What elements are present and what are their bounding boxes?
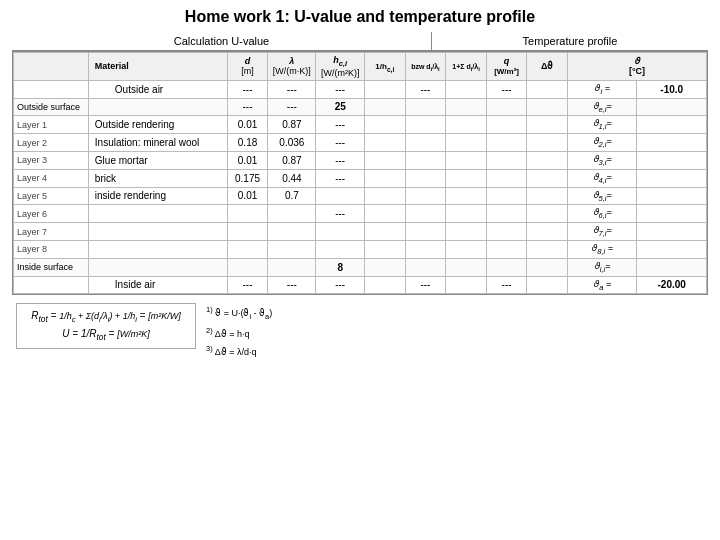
cell-l1-label: Layer 1 [14,116,89,134]
formula-rtot: Rtot = 1/hc + Σ(di/λi) + 1/hi = [m²K/W] … [16,303,196,349]
cell-ia-theta-val: -20.00 [637,276,707,294]
main-container: Material d[m] λ[W/(m·K)] hc,i[W/(m²K)] 1… [12,51,708,295]
cell-is-material [88,258,227,276]
cell-is-sum [446,258,487,276]
cell-l1-d: 0.01 [227,116,268,134]
th-hc: hc,i[W/(m²K)] [316,53,365,81]
cell-l7-q [486,223,527,241]
cell-oa-d: --- [227,80,268,98]
cell-l6-sum [446,205,487,223]
unit-header-row: Material d[m] λ[W/(m·K)] hc,i[W/(m²K)] 1… [14,53,707,81]
cell-is-d [227,258,268,276]
cell-l6-lambda [268,205,316,223]
cell-l6-bzw [405,205,446,223]
cell-os-dtheta [527,98,568,116]
page: Home work 1: U-value and temperature pro… [0,0,720,540]
row-layer7: Layer 7 ϑ7,i= [14,223,707,241]
cell-l1-theta-val [637,116,707,134]
row-layer2: Layer 2 Insulation: mineral wool 0.18 0.… [14,134,707,152]
th-sum: 1+Σ di/λi [446,53,487,81]
cell-l4-sum [446,169,487,187]
cell-os-d: --- [227,98,268,116]
cell-l1-dtheta [527,116,568,134]
cell-l2-bzw [405,134,446,152]
row-inside-air: Inside air --- --- --- --- --- ϑa = -20.… [14,276,707,294]
cell-l2-q [486,134,527,152]
cell-oa-dtheta [527,80,568,98]
th-d: d[m] [227,53,268,81]
cell-l6-1hc [365,205,406,223]
temp-header: Temperature profile [432,32,708,50]
cell-l4-label: Layer 4 [14,169,89,187]
note1: 1) ϑ = U·(ϑi - ϑa) [206,303,272,323]
cell-l7-label: Layer 7 [14,223,89,241]
cell-l3-lambda: 0.87 [268,151,316,169]
cell-l2-sum [446,134,487,152]
cell-l7-d [227,223,268,241]
cell-l4-dtheta [527,169,568,187]
cell-l1-hc: --- [316,116,365,134]
cell-l8-lambda [268,240,316,258]
cell-os-theta-val [637,98,707,116]
cell-l8-material [88,240,227,258]
cell-ia-q: --- [486,276,527,294]
row-inside-surface: Inside surface 8 ϑi,i= [14,258,707,276]
cell-l3-material: Glue mortar [88,151,227,169]
th-material: Material [88,53,227,81]
cell-l6-label: Layer 6 [14,205,89,223]
cell-l5-d: 0.01 [227,187,268,205]
th-lambda: λ[W/(m·K)] [268,53,316,81]
cell-l5-theta-val [637,187,707,205]
row-layer3: Layer 3 Glue mortar 0.01 0.87 --- ϑ3,i= [14,151,707,169]
calc-header: Calculation U-value [12,32,432,50]
cell-l5-1hc [365,187,406,205]
cell-l7-sum [446,223,487,241]
cell-l3-hc: --- [316,151,365,169]
cell-is-theta-label: ϑi,i= [567,258,636,276]
cell-l4-theta-val [637,169,707,187]
cell-l2-label: Layer 2 [14,134,89,152]
cell-os-label: Outside surface [14,98,89,116]
cell-oa-bzw: --- [405,80,446,98]
cell-ia-sum [446,276,487,294]
cell-is-theta-val [637,258,707,276]
cell-l6-hc: --- [316,205,365,223]
cell-ia-material: Inside air [88,276,227,294]
cell-l7-theta-val [637,223,707,241]
cell-ia-dtheta [527,276,568,294]
cell-l3-label: Layer 3 [14,151,89,169]
cell-l3-theta-val [637,151,707,169]
cell-l6-theta-label: ϑ6,i= [567,205,636,223]
formula-notes: 1) ϑ = U·(ϑi - ϑa) 2) Δϑ = h·q 3) Δϑ = λ… [206,303,272,360]
cell-l1-material: Outside rendering [88,116,227,134]
cell-os-hc: 25 [316,98,365,116]
cell-l2-dtheta [527,134,568,152]
data-table: Material d[m] λ[W/(m·K)] hc,i[W/(m²K)] 1… [13,52,707,294]
note3: 3) Δϑ = λ/d·q [206,342,272,360]
cell-l1-1hc [365,116,406,134]
cell-l5-theta-label: ϑ5,i= [567,187,636,205]
cell-oa-sum [446,80,487,98]
th-theta: ϑ[°C] [567,53,706,81]
cell-outside-air-material: Outside air [88,80,227,98]
cell-is-q [486,258,527,276]
cell-ia-hc: --- [316,276,365,294]
th-1hc: 1/hc,i [365,53,406,81]
cell-ia-theta-label: ϑa = [567,276,636,294]
cell-os-material [88,98,227,116]
cell-is-dtheta [527,258,568,276]
th-q: q[W/m²] [486,53,527,81]
cell-ia-1hc [365,276,406,294]
cell-l1-theta-label: ϑ1,i= [567,116,636,134]
cell-os-sum [446,98,487,116]
cell-l4-material: brick [88,169,227,187]
cell-l3-d: 0.01 [227,151,268,169]
cell-l2-theta-val [637,134,707,152]
cell-ia-lambda: --- [268,276,316,294]
section-headers: Calculation U-value Temperature profile [12,32,708,51]
row-layer1: Layer 1 Outside rendering 0.01 0.87 --- … [14,116,707,134]
cell-l3-q [486,151,527,169]
cell-l5-label: Layer 5 [14,187,89,205]
cell-l2-lambda: 0.036 [268,134,316,152]
cell-l7-dtheta [527,223,568,241]
